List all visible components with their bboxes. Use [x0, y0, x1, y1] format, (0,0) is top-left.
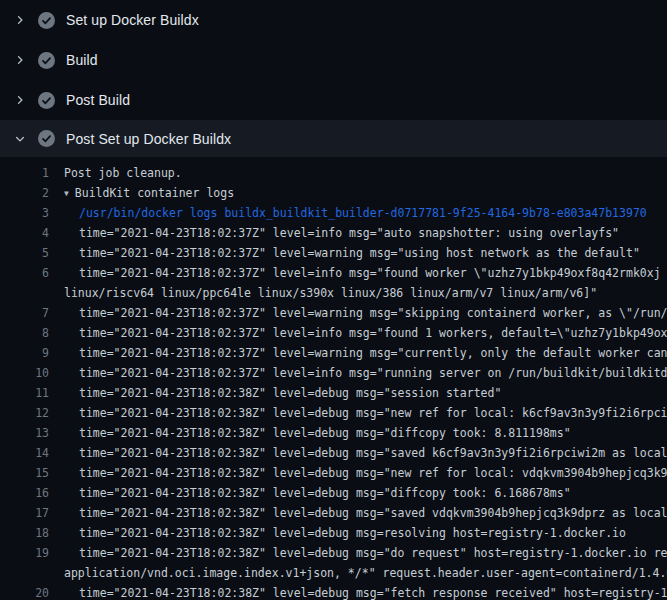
log-text: time="2021-04-23T18:02:37Z" level=info m… [79, 263, 661, 283]
step-row-post-build[interactable]: Post Build [0, 80, 667, 120]
line-number[interactable]: 14 [0, 443, 49, 463]
line-number[interactable]: 6 [0, 263, 49, 283]
chevron-right-icon[interactable] [14, 14, 26, 26]
line-number[interactable]: 17 [0, 503, 49, 523]
log-text: time="2021-04-23T18:02:38Z" level=debug … [79, 503, 667, 523]
log-text: time="2021-04-23T18:02:37Z" level=info m… [79, 363, 667, 383]
step-label: Post Build [66, 92, 130, 108]
log-text: time="2021-04-23T18:02:38Z" level=debug … [79, 463, 667, 483]
log-line-17: 17time="2021-04-23T18:02:38Z" level=debu… [0, 503, 667, 523]
log-text: time="2021-04-23T18:02:38Z" level=debug … [79, 483, 571, 503]
log-line-13: 13time="2021-04-23T18:02:38Z" level=debu… [0, 423, 667, 443]
chevron-right-icon[interactable] [14, 94, 26, 106]
log-line-continuation: application/vnd.oci.image.index.v1+json,… [0, 563, 667, 583]
log-text: time="2021-04-23T18:02:38Z" level=debug … [79, 443, 667, 463]
log-line-3: 3/usr/bin/docker logs buildx_buildkit_bu… [0, 203, 667, 223]
line-number[interactable]: 3 [0, 203, 49, 223]
log-line-15: 15time="2021-04-23T18:02:38Z" level=debu… [0, 463, 667, 483]
log-line-1: 1Post job cleanup. [0, 163, 667, 183]
log-line-12: 12time="2021-04-23T18:02:38Z" level=debu… [0, 403, 667, 423]
log-line-11: 11time="2021-04-23T18:02:38Z" level=debu… [0, 383, 667, 403]
log-line-7: 7time="2021-04-23T18:02:37Z" level=warni… [0, 303, 667, 323]
log-text: time="2021-04-23T18:02:38Z" level=debug … [79, 543, 667, 563]
log-text: time="2021-04-23T18:02:38Z" level=debug … [79, 423, 571, 443]
line-number[interactable]: 18 [0, 523, 49, 543]
log-line-8: 8time="2021-04-23T18:02:37Z" level=info … [0, 323, 667, 343]
chevron-down-icon[interactable] [14, 133, 26, 145]
log-text: application/vnd.oci.image.index.v1+json,… [64, 563, 667, 583]
log-line-14: 14time="2021-04-23T18:02:38Z" level=debu… [0, 443, 667, 463]
log-command-text: /usr/bin/docker logs buildx_buildkit_bui… [79, 203, 647, 223]
chevron-right-icon[interactable] [14, 54, 26, 66]
line-number[interactable]: 7 [0, 303, 49, 323]
log-line-continuation: linux/riscv64 linux/ppc64le linux/s390x … [0, 283, 667, 303]
line-number[interactable]: 11 [0, 383, 49, 403]
log-line-20: 20time="2021-04-23T18:02:38Z" level=debu… [0, 583, 667, 600]
log-line-2: 2▼BuildKit container logs [0, 183, 667, 203]
actions-log-panel: Set up Docker BuildxBuildPost BuildPost … [0, 0, 667, 600]
log-line-18: 18time="2021-04-23T18:02:38Z" level=debu… [0, 523, 667, 543]
line-number[interactable]: 4 [0, 223, 49, 243]
line-number[interactable]: 15 [0, 463, 49, 483]
line-number[interactable]: 10 [0, 363, 49, 383]
group-title: BuildKit container logs [75, 186, 234, 200]
log-line-9: 9time="2021-04-23T18:02:37Z" level=warni… [0, 343, 667, 363]
steps-list: Set up Docker BuildxBuildPost BuildPost … [0, 0, 667, 157]
log-text: time="2021-04-23T18:02:37Z" level=info m… [79, 323, 667, 343]
group-collapse-icon[interactable]: ▼ [64, 184, 69, 203]
line-number[interactable]: 2 [0, 183, 49, 203]
line-number[interactable]: 5 [0, 243, 49, 263]
line-number[interactable]: 13 [0, 423, 49, 443]
log-output: 1Post job cleanup.2▼BuildKit container l… [0, 157, 667, 600]
step-label: Set up Docker Buildx [66, 12, 199, 28]
step-row-set-up-docker-buildx[interactable]: Set up Docker Buildx [0, 0, 667, 40]
log-text: time="2021-04-23T18:02:38Z" level=debug … [79, 403, 667, 423]
line-number[interactable]: 19 [0, 543, 49, 563]
line-number[interactable]: 1 [0, 163, 49, 183]
step-label: Build [66, 52, 98, 68]
step-success-check-icon [38, 130, 55, 147]
log-text: time="2021-04-23T18:02:38Z" level=debug … [79, 383, 501, 403]
step-row-post-set-up-docker-buildx[interactable]: Post Set up Docker Buildx [0, 120, 667, 157]
log-text: time="2021-04-23T18:02:38Z" level=debug … [79, 523, 626, 543]
log-text: time="2021-04-23T18:02:37Z" level=warnin… [79, 243, 640, 263]
log-text: Post job cleanup. [64, 163, 182, 183]
log-line-4: 4time="2021-04-23T18:02:37Z" level=info … [0, 223, 667, 243]
step-success-check-icon [38, 12, 55, 29]
log-text: time="2021-04-23T18:02:37Z" level=info m… [79, 223, 619, 243]
step-success-check-icon [38, 52, 55, 69]
line-number[interactable]: 12 [0, 403, 49, 423]
line-number[interactable]: 16 [0, 483, 49, 503]
line-number[interactable]: 9 [0, 343, 49, 363]
log-line-19: 19time="2021-04-23T18:02:38Z" level=debu… [0, 543, 667, 563]
log-line-16: 16time="2021-04-23T18:02:38Z" level=debu… [0, 483, 667, 503]
step-success-check-icon [38, 92, 55, 109]
log-text: time="2021-04-23T18:02:37Z" level=warnin… [79, 303, 667, 323]
log-group-header[interactable]: ▼BuildKit container logs [64, 183, 234, 203]
log-line-5: 5time="2021-04-23T18:02:37Z" level=warni… [0, 243, 667, 263]
log-text: time="2021-04-23T18:02:38Z" level=debug … [79, 583, 667, 600]
step-row-build[interactable]: Build [0, 40, 667, 80]
line-number[interactable]: 20 [0, 583, 49, 600]
log-text: linux/riscv64 linux/ppc64le linux/s390x … [64, 283, 597, 303]
log-text: time="2021-04-23T18:02:37Z" level=warnin… [79, 343, 667, 363]
step-label: Post Set up Docker Buildx [66, 131, 231, 147]
log-line-10: 10time="2021-04-23T18:02:37Z" level=info… [0, 363, 667, 383]
line-number[interactable]: 8 [0, 323, 49, 343]
log-line-6: 6time="2021-04-23T18:02:37Z" level=info … [0, 263, 667, 283]
